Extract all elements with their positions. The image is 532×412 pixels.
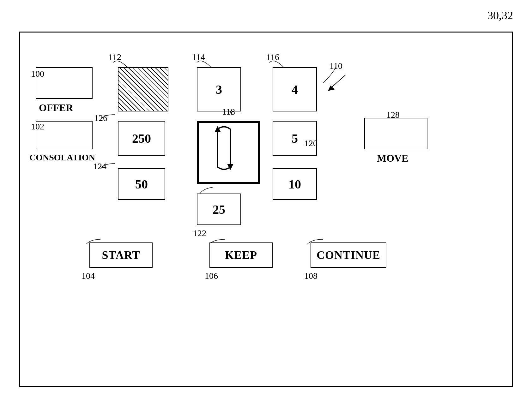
page-container: 30,32 [0,0,532,412]
svg-line-0 [331,75,345,88]
offer-label: OFFER [39,102,73,114]
callout-120: 120 [304,138,317,148]
box-120-value: 10 [288,177,301,192]
box-116: 4 [273,67,317,111]
box-100 [36,67,93,99]
box-118-value: 5 [292,131,298,146]
consolation-label: CONSOLATION [29,152,95,163]
arrow-110-icon [328,74,347,93]
callout-108: 108 [304,271,317,281]
callout-116: 116 [266,52,279,62]
start-button-label: START [102,248,140,262]
callout-100: 100 [31,69,44,79]
callout-128: 128 [386,110,400,120]
callout-126: 126 [94,113,107,123]
diagram-box: OFFER 100 CONSOLATION 102 112 3 114 4 11… [19,32,513,387]
callout-124: 124 [93,161,106,171]
move-label: MOVE [377,152,408,164]
continue-button[interactable]: CONTINUE [311,242,386,268]
keep-button-label: KEEP [225,248,257,262]
box-116-value: 4 [292,82,298,97]
svg-marker-1 [328,86,335,91]
callout-102: 102 [31,122,44,132]
callout-114: 114 [192,52,205,62]
center-box [197,121,260,184]
callout-104: 104 [82,271,95,281]
box-124: 50 [118,168,165,200]
circular-arrows-icon [199,123,249,173]
box-102 [36,121,93,149]
callout-lines [20,33,512,386]
callout-118: 118 [222,107,235,117]
callout-122: 122 [193,228,206,238]
callout-112: 112 [108,52,121,62]
box-120: 10 [273,168,317,200]
box-114: 3 [197,67,241,111]
box-112 [118,67,168,111]
box-128 [364,118,427,149]
continue-button-label: CONTINUE [317,248,380,262]
callout-106: 106 [205,271,218,281]
start-button[interactable]: START [89,242,153,268]
box-126-value: 250 [132,131,151,146]
callout-110: 110 [329,61,342,71]
box-122-25-value: 25 [213,202,225,217]
keep-button[interactable]: KEEP [209,242,273,268]
box-124-value: 50 [135,177,148,192]
ref-label: 30,32 [487,9,513,22]
box-122-25: 25 [197,194,241,225]
box-114-value: 3 [216,82,222,97]
box-126: 250 [118,121,165,156]
